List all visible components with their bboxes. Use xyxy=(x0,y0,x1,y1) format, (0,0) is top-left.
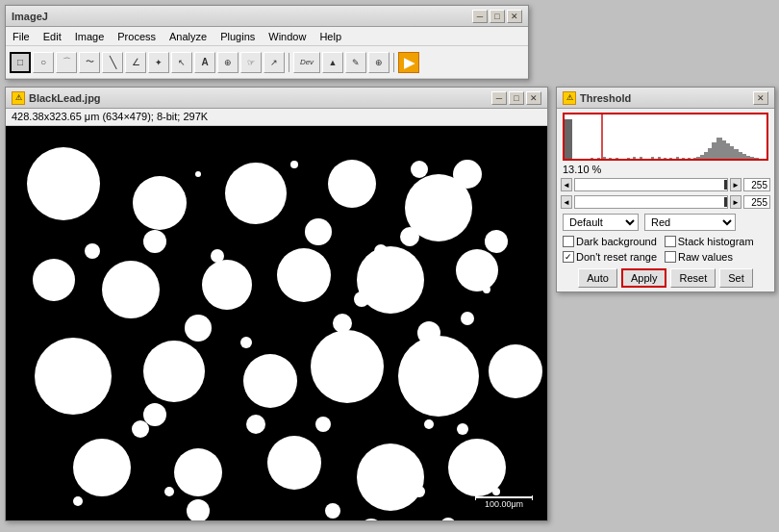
hand-tool[interactable]: ☞ xyxy=(240,52,262,73)
blob xyxy=(225,163,287,224)
menu-analyze[interactable]: Analyze xyxy=(166,30,210,43)
scale-label: 100.00μm xyxy=(485,499,523,509)
color-dropper[interactable]: ↗ xyxy=(264,52,285,73)
imagej-close[interactable]: ✕ xyxy=(507,10,522,23)
blob xyxy=(305,218,332,245)
dark-background-label[interactable]: Dark background xyxy=(563,236,657,247)
slider1-value[interactable]: 255 xyxy=(743,178,770,191)
blob xyxy=(35,338,112,415)
image-minimize[interactable]: ─ xyxy=(491,91,507,105)
slider1-track[interactable] xyxy=(574,178,728,191)
image-canvas[interactable]: 100.00μm xyxy=(6,126,547,520)
crosshair[interactable]: ⊕ xyxy=(368,52,390,73)
image-close[interactable]: ✕ xyxy=(526,91,541,105)
blob xyxy=(243,354,297,408)
blob xyxy=(174,448,222,496)
slider2-left-arrow[interactable]: ◄ xyxy=(561,195,572,209)
blob xyxy=(290,161,298,168)
blob xyxy=(360,519,383,520)
imagej-controls: ─ □ ✕ xyxy=(472,10,522,23)
blob xyxy=(73,496,83,506)
imagej-main-window: ImageJ ─ □ ✕ File Edit Image Process Ana… xyxy=(5,5,529,80)
imagej-maximize[interactable]: □ xyxy=(490,10,505,23)
wand-tool[interactable]: ↖ xyxy=(171,52,192,73)
menu-edit[interactable]: Edit xyxy=(40,30,64,43)
slider1-right-arrow[interactable]: ► xyxy=(730,178,741,191)
special-arrow[interactable]: ▶ xyxy=(398,52,419,73)
apply-button[interactable]: Apply xyxy=(621,268,667,288)
menu-window[interactable]: Window xyxy=(265,30,309,43)
blob xyxy=(102,261,160,318)
blob xyxy=(485,230,508,253)
freehand-tool[interactable]: 〜 xyxy=(79,52,100,73)
imagej-minimize[interactable]: ─ xyxy=(472,10,488,23)
toolbar-separator xyxy=(289,53,289,72)
slider2-value[interactable]: 255 xyxy=(743,195,770,209)
blob xyxy=(483,286,490,293)
slider1-left-arrow[interactable]: ◄ xyxy=(561,178,572,191)
method-dropdown[interactable]: Default IJ_IsoData Huang Otsu xyxy=(563,214,639,231)
blob xyxy=(50,170,58,178)
dont-reset-range-cb[interactable]: ✓ xyxy=(563,251,574,263)
menu-help[interactable]: Help xyxy=(316,30,344,43)
raw-values-label[interactable]: Raw values xyxy=(665,251,733,263)
blob xyxy=(414,486,425,497)
image-info: 428.38x323.65 μm (634×479); 8-bit; 297K xyxy=(6,109,547,126)
menu-file[interactable]: File xyxy=(10,30,33,43)
point-tool[interactable]: ✦ xyxy=(148,52,169,73)
image-window-icon: ⚠ xyxy=(12,91,25,105)
slider2-track[interactable] xyxy=(574,195,728,209)
image-maximize[interactable]: □ xyxy=(509,91,524,105)
dont-reset-range-text: Don't reset range xyxy=(576,251,657,263)
color-dropdown[interactable]: Red Black & White Over/Under xyxy=(644,214,736,231)
blob xyxy=(325,503,340,519)
dont-reset-range-label[interactable]: ✓ Don't reset range xyxy=(563,251,657,263)
reset-button[interactable]: Reset xyxy=(670,268,716,288)
menu-plugins[interactable]: Plugins xyxy=(217,30,258,43)
paint-bucket[interactable]: ▲ xyxy=(322,52,343,73)
slider2-right-arrow[interactable]: ► xyxy=(730,195,741,209)
blob xyxy=(143,341,205,402)
pencil-tool[interactable]: ✎ xyxy=(345,52,366,73)
threshold-panel: ⚠ Threshold ✕ 13.10 % ◄ ► 255 ◄ ► 255 De… xyxy=(556,87,775,292)
slider-row-2: ◄ ► 255 xyxy=(557,193,774,211)
line-tool[interactable]: ╲ xyxy=(102,52,123,73)
blob xyxy=(164,487,174,496)
zoom-tool[interactable]: ⊕ xyxy=(217,52,239,73)
dark-background-cb[interactable] xyxy=(563,236,574,247)
text-tool[interactable]: A xyxy=(194,52,215,73)
dev-tool[interactable]: Dev xyxy=(293,52,320,73)
blob xyxy=(374,244,388,258)
oval-tool[interactable]: ○ xyxy=(33,52,54,73)
toolbar-separator2 xyxy=(393,53,394,72)
menu-image[interactable]: Image xyxy=(72,30,108,43)
slider1-thumb xyxy=(724,180,727,190)
stack-histogram-label[interactable]: Stack histogram xyxy=(665,236,754,247)
rectangle-tool[interactable]: □ xyxy=(10,52,31,73)
blob xyxy=(187,499,210,520)
image-window-title: BlackLead.jpg xyxy=(29,92,101,104)
blob xyxy=(27,147,100,220)
stack-histogram-text: Stack histogram xyxy=(678,236,754,247)
set-button[interactable]: Set xyxy=(719,268,753,288)
slider2-thumb xyxy=(724,197,727,207)
threshold-close[interactable]: ✕ xyxy=(753,91,768,105)
blob xyxy=(202,260,252,310)
toolbar: □ ○ ⌒ 〜 ╲ ∠ ✦ ↖ A ⊕ ☞ ↗ Dev ▲ ✎ ⊕ ▶ xyxy=(6,46,528,79)
blob xyxy=(185,315,212,342)
blob xyxy=(457,423,468,435)
threshold-title: Threshold xyxy=(580,92,631,104)
blob xyxy=(246,415,265,434)
angle-tool[interactable]: ∠ xyxy=(125,52,146,73)
blob xyxy=(489,344,542,398)
auto-button[interactable]: Auto xyxy=(578,268,617,288)
blob xyxy=(354,291,369,307)
stack-histogram-cb[interactable] xyxy=(665,236,676,247)
blob xyxy=(240,337,252,348)
raw-values-cb[interactable] xyxy=(665,251,676,263)
image-window-controls: ─ □ ✕ xyxy=(491,91,541,105)
blob xyxy=(492,488,500,495)
menu-process[interactable]: Process xyxy=(114,30,159,43)
polygon-tool[interactable]: ⌒ xyxy=(56,52,77,73)
blob xyxy=(328,160,376,208)
